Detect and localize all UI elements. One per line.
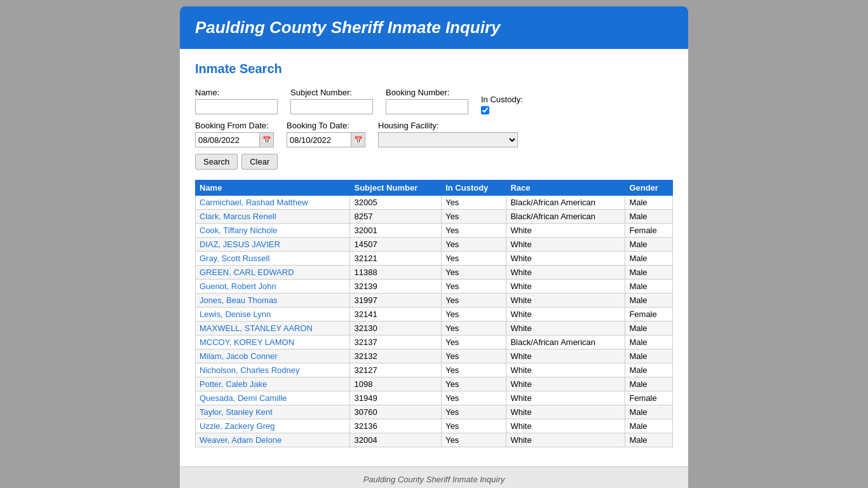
form-row-1: Name: Subject Number: Booking Number: In… xyxy=(195,88,673,114)
name-group: Name: xyxy=(195,88,278,114)
table-row: Cook, Tiffany Nichole32001YesWhiteFemale xyxy=(196,224,673,238)
booking-from-calendar-btn[interactable]: 📅 xyxy=(259,133,273,147)
table-row: Clark, Marcus Renell8257YesBlack/African… xyxy=(196,210,673,224)
booking-from-group: Booking From Date: 08/08/2022 📅 xyxy=(195,121,274,147)
facility-select[interactable] xyxy=(378,132,518,147)
booking-label: Booking Number: xyxy=(386,88,468,97)
col-name: Name xyxy=(196,180,350,196)
clear-button[interactable]: Clear xyxy=(241,154,278,170)
table-body: Carmichael, Rashad Matthew32005YesBlack/… xyxy=(196,196,673,447)
col-gender: Gender xyxy=(625,180,673,196)
page-title: Inmate Search xyxy=(195,62,673,76)
booking-to-input[interactable]: 08/10/2022 xyxy=(287,133,351,147)
table-row: Uzzle, Zackery Greg32136YesWhiteMale xyxy=(196,419,673,433)
table-row: Milam, Jacob Conner32132YesWhiteMale xyxy=(196,349,673,363)
inmate-link[interactable]: MAXWELL, STANLEY AARON xyxy=(200,323,313,333)
custody-checkbox[interactable] xyxy=(481,106,489,114)
table-row: GREEN, CARL EDWARD11388YesWhiteMale xyxy=(196,266,673,280)
custody-label: In Custody: xyxy=(481,95,523,104)
inmate-link[interactable]: Nicholson, Charles Rodney xyxy=(200,365,300,375)
inmate-link[interactable]: MCCOY, KOREY LAMON xyxy=(200,337,294,347)
inmate-link[interactable]: Guenot, Robert John xyxy=(200,281,276,291)
header-banner: Paulding County Sheriff Inmate Inquiry xyxy=(180,6,688,49)
main-container: Paulding County Sheriff Inmate Inquiry I… xyxy=(180,6,688,488)
inmate-link[interactable]: Gray, Scott Russell xyxy=(200,254,269,263)
inmate-link[interactable]: Weaver, Adam Delone xyxy=(200,435,281,445)
name-input[interactable] xyxy=(195,99,278,114)
table-row: Potter, Caleb Jake1098YesWhiteMale xyxy=(196,377,673,391)
table-row: Jones, Beau Thomas31997YesWhiteMale xyxy=(196,294,673,308)
inmate-link[interactable]: DIAZ, JESUS JAVIER xyxy=(200,240,280,249)
inmate-link[interactable]: Quesada, Demi Camille xyxy=(200,393,287,403)
footer-text: Paulding County Sheriff Inmate Inquiry xyxy=(363,475,505,484)
table-row: Lewis, Denise Lynn32141YesWhiteFemale xyxy=(196,308,673,322)
booking-from-wrapper: 08/08/2022 📅 xyxy=(195,132,274,147)
site-title: Paulding County Sheriff Inmate Inquiry xyxy=(195,18,673,37)
table-row: Guenot, Robert John32139YesWhiteMale xyxy=(196,280,673,294)
subject-label: Subject Number: xyxy=(290,88,373,97)
inmate-link[interactable]: Milam, Jacob Conner xyxy=(200,351,278,361)
inmate-link[interactable]: Uzzle, Zackery Greg xyxy=(200,421,275,431)
table-row: MAXWELL, STANLEY AARON32130YesWhiteMale xyxy=(196,322,673,336)
booking-from-input[interactable]: 08/08/2022 xyxy=(196,133,259,147)
booking-to-wrapper: 08/10/2022 📅 xyxy=(287,132,365,147)
form-row-2: Booking From Date: 08/08/2022 📅 Booking … xyxy=(195,121,673,147)
booking-to-group: Booking To Date: 08/10/2022 📅 xyxy=(287,121,365,147)
table-row: Taylor, Stanley Kent30760YesWhiteMale xyxy=(196,405,673,419)
table-row: Quesada, Demi Camille31949YesWhiteFemale xyxy=(196,391,673,405)
table-header: Name Subject Number In Custody Race Gend… xyxy=(196,180,673,196)
custody-group: In Custody: xyxy=(481,95,523,114)
booking-group: Booking Number: xyxy=(386,88,468,114)
table-row: MCCOY, KOREY LAMON32137YesBlack/African … xyxy=(196,336,673,349)
header-row: Name Subject Number In Custody Race Gend… xyxy=(196,180,673,196)
table-row: DIAZ, JESUS JAVIER14507YesWhiteMale xyxy=(196,238,673,252)
inmate-link[interactable]: Clark, Marcus Renell xyxy=(200,212,276,221)
inmate-link[interactable]: Potter, Caleb Jake xyxy=(200,379,267,389)
booking-to-label: Booking To Date: xyxy=(287,121,365,130)
facility-group: Housing Facility: xyxy=(378,121,518,147)
booking-number-input[interactable] xyxy=(386,99,468,114)
inmate-link[interactable]: Carmichael, Rashad Matthew xyxy=(200,198,308,207)
table-row: Gray, Scott Russell32121YesWhiteMale xyxy=(196,252,673,266)
col-race: Race xyxy=(506,180,625,196)
col-subject: Subject Number xyxy=(350,180,442,196)
button-row: Search Clear xyxy=(195,154,673,170)
booking-to-calendar-btn[interactable]: 📅 xyxy=(351,133,365,147)
inmate-link[interactable]: GREEN, CARL EDWARD xyxy=(200,268,294,277)
subject-group: Subject Number: xyxy=(290,88,373,114)
content-area: Inmate Search Name: Subject Number: Book… xyxy=(180,49,688,466)
name-label: Name: xyxy=(195,88,278,97)
subject-input[interactable] xyxy=(290,99,373,114)
search-button[interactable]: Search xyxy=(195,154,238,170)
results-table: Name Subject Number In Custody Race Gend… xyxy=(195,180,673,447)
booking-from-label: Booking From Date: xyxy=(195,121,274,130)
table-row: Nicholson, Charles Rodney32127YesWhiteMa… xyxy=(196,363,673,377)
inmate-link[interactable]: Taylor, Stanley Kent xyxy=(200,407,273,417)
inmate-link[interactable]: Cook, Tiffany Nichole xyxy=(200,226,278,235)
facility-label: Housing Facility: xyxy=(378,121,518,130)
footer: Paulding County Sheriff Inmate Inquiry xyxy=(180,466,688,488)
inmate-link[interactable]: Jones, Beau Thomas xyxy=(200,295,278,305)
table-row: Carmichael, Rashad Matthew32005YesBlack/… xyxy=(196,196,673,210)
col-custody: In Custody xyxy=(442,180,506,196)
table-row: Weaver, Adam Delone32004YesWhiteMale xyxy=(196,433,673,447)
inmate-link[interactable]: Lewis, Denise Lynn xyxy=(200,309,271,319)
